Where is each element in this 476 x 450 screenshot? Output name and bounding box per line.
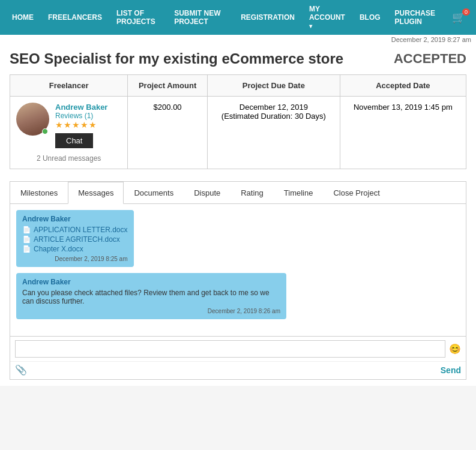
bubble2-text: Can you please check attached files? Rev… bbox=[22, 289, 280, 305]
cart-badge: 0 bbox=[462, 8, 470, 16]
nav-blog[interactable]: BLOG bbox=[352, 8, 388, 26]
tab-close-project[interactable]: Close Project bbox=[323, 182, 390, 204]
bubble1-file1[interactable]: APPLICATION LETTER.docx bbox=[22, 226, 128, 234]
bubble1-sender: Andrew Baker bbox=[22, 215, 128, 223]
page-header: SEO Specialist for my existing eCommerce… bbox=[10, 50, 466, 67]
chat-button[interactable]: Chat bbox=[55, 133, 93, 148]
project-table: Freelancer Project Amount Project Due Da… bbox=[10, 74, 466, 169]
page-title: SEO Specialist for my existing eCommerce… bbox=[10, 50, 343, 67]
chat-bubble-text: Andrew Baker Can you please check attach… bbox=[16, 273, 286, 319]
project-amount-cell: $200.00 bbox=[128, 97, 208, 169]
bubble2-sender: Andrew Baker bbox=[22, 278, 280, 286]
main-nav: HOME FREELANCERS LIST OF PROJECTS SUBMIT… bbox=[0, 0, 476, 35]
tab-dispute[interactable]: Dispute bbox=[184, 182, 230, 204]
tab-documents[interactable]: Documents bbox=[124, 182, 184, 204]
send-button[interactable]: Send bbox=[441, 365, 461, 375]
due-date: December 12, 2019 bbox=[214, 103, 334, 112]
unread-messages: 2 Unread messages bbox=[16, 154, 121, 163]
nav-freelancers[interactable]: FREELANCERS bbox=[41, 8, 109, 26]
bubble1-time: December 2, 2019 8:25 am bbox=[22, 256, 128, 262]
message-input[interactable] bbox=[15, 340, 445, 358]
cart-button[interactable]: 🛒 0 bbox=[446, 7, 471, 28]
nav-list-projects[interactable]: LIST OF PROJECTS bbox=[109, 4, 167, 31]
bubble1-file2[interactable]: ARTICLE AGRITECH.docx bbox=[22, 235, 128, 244]
tab-rating[interactable]: Rating bbox=[230, 182, 274, 204]
freelancer-reviews[interactable]: Reviews (1) bbox=[55, 112, 107, 120]
avatar-wrapper bbox=[16, 103, 49, 136]
chat-bubble-files: Andrew Baker APPLICATION LETTER.docx ART… bbox=[16, 210, 134, 267]
nav-my-account[interactable]: MY ACCOUNT bbox=[302, 0, 352, 35]
bubble1-file3[interactable]: Chapter X.docx bbox=[22, 245, 128, 253]
tabs-nav: Milestones Messages Documents Dispute Ra… bbox=[10, 182, 466, 204]
freelancer-cell: Andrew Baker Reviews (1) ★★★★★ Chat 2 Un… bbox=[10, 97, 128, 169]
col-due-date: Project Due Date bbox=[207, 75, 340, 97]
tab-milestones[interactable]: Milestones bbox=[10, 182, 68, 204]
nav-home[interactable]: HOME bbox=[5, 8, 41, 26]
status-badge: ACCEPTED bbox=[394, 51, 466, 67]
nav-registration[interactable]: REGISTRATION bbox=[233, 8, 302, 26]
bubble2-time: December 2, 2019 8:26 am bbox=[22, 308, 280, 314]
attach-button[interactable]: 📎 bbox=[15, 364, 27, 376]
tab-messages[interactable]: Messages bbox=[68, 182, 124, 204]
online-indicator bbox=[42, 128, 48, 134]
tabs-section: Milestones Messages Documents Dispute Ra… bbox=[10, 181, 466, 380]
nav-purchase-plugin[interactable]: PURCHASE PLUGIN bbox=[388, 4, 446, 31]
col-accepted-date: Accepted Date bbox=[340, 75, 466, 97]
accepted-date-cell: November 13, 2019 1:45 pm bbox=[340, 97, 466, 169]
table-row: Andrew Baker Reviews (1) ★★★★★ Chat 2 Un… bbox=[10, 97, 466, 169]
message-input-row: 😊 bbox=[10, 336, 466, 361]
freelancer-name[interactable]: Andrew Baker bbox=[55, 103, 107, 112]
tab-timeline[interactable]: Timeline bbox=[274, 182, 324, 204]
messages-area: Andrew Baker APPLICATION LETTER.docx ART… bbox=[10, 204, 466, 336]
emoji-button[interactable]: 😊 bbox=[449, 343, 461, 355]
message-footer: 📎 Send bbox=[10, 361, 466, 379]
due-date-sub: (Estimated Duration: 30 Days) bbox=[214, 112, 334, 121]
nav-submit-project[interactable]: SUBMIT NEW PROJECT bbox=[167, 4, 233, 31]
top-date: December 2, 2019 8:27 am bbox=[0, 35, 476, 44]
freelancer-info: Andrew Baker Reviews (1) ★★★★★ Chat bbox=[55, 103, 107, 148]
freelancer-stars: ★★★★★ bbox=[55, 120, 107, 130]
project-due-date-cell: December 12, 2019 (Estimated Duration: 3… bbox=[207, 97, 340, 169]
col-project-amount: Project Amount bbox=[128, 75, 208, 97]
col-freelancer: Freelancer bbox=[10, 75, 128, 97]
